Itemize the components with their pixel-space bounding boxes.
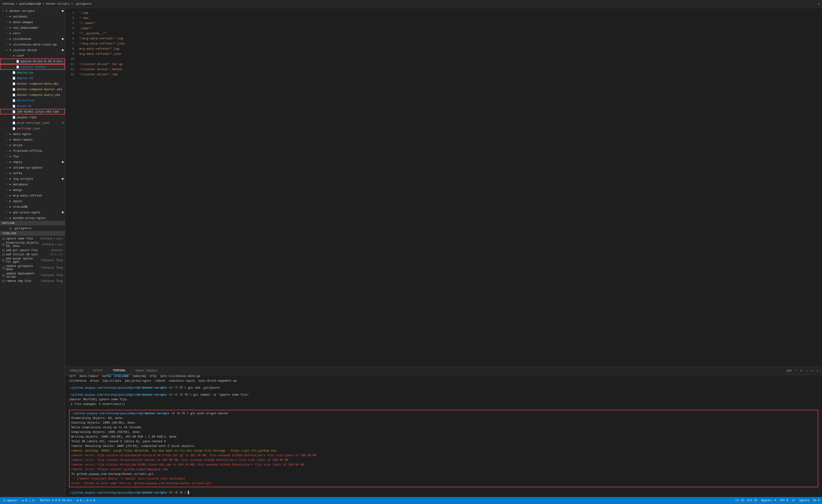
- sidebar-item-mrg-data-refresh[interactable]: ›▶mrg-data-refresh: [0, 193, 65, 198]
- sidebar-item-centos7-docker[interactable]: ›📄centos7.docker: [0, 64, 65, 70]
- sidebar-item-autoheal[interactable]: ›▶autoheal: [0, 14, 65, 19]
- sidebar-label-druid-sh: druid.sh: [17, 104, 31, 108]
- sidebar-item-conf[interactable]: ›▶conf: [0, 53, 65, 58]
- timeline-item[interactable]: add quiet option for wgetYuanyuan Tang: [0, 257, 65, 264]
- add-terminal-button[interactable]: +: [794, 369, 798, 373]
- warnings-count: ⊗ 0 △ 0 ⊘ 0: [77, 499, 95, 502]
- tree-arrow: ›: [5, 133, 8, 135]
- tree-arrow: ›: [8, 55, 12, 57]
- timeline-dot-icon: [2, 249, 5, 251]
- sidebar-item-dockerfile[interactable]: ›📄Dockerfile: [0, 98, 65, 103]
- sidebar-item-ftp[interactable]: ›▶ftp: [0, 154, 65, 159]
- terminal-prompt-line: ~/github.paypay.com/shutang/goalieNginxQ…: [69, 386, 818, 390]
- sidebar-label-metabase: metabase: [13, 183, 27, 186]
- sidebar-item-data-nginx[interactable]: ›▶data-nginx: [0, 131, 65, 137]
- timeline-item[interactable]: add initial db-syncLi2 yrs: [0, 253, 65, 257]
- sidebar-item-kafka[interactable]: ›▶kafka: [0, 170, 65, 176]
- sidebar-item-metabase[interactable]: ›▶metabase: [0, 181, 65, 187]
- sidebar-item-base-images[interactable]: ›▶base-images: [0, 19, 65, 25]
- code-line: */.idea/*: [79, 21, 817, 26]
- timeline-item[interactable]: update deployment scriptYuanyuan Tang: [0, 272, 65, 279]
- folder-icon: ▶: [8, 194, 12, 197]
- sidebar-item-frontend-offline[interactable]: ›▶frontend-offline: [0, 148, 65, 154]
- tree-arrow: ›: [5, 38, 8, 40]
- timeline-dot-icon: [2, 254, 5, 256]
- line-number: 11: [65, 62, 77, 67]
- tree-arrow: ›: [5, 15, 8, 18]
- cursor-position: Ln 13, Col 22: [736, 499, 757, 502]
- split-terminal-button[interactable]: ⊟: [799, 369, 803, 373]
- json-icon: 📄: [12, 127, 16, 130]
- timeline-action-text: Enumerating objects: 68, done.: [6, 241, 41, 248]
- folder-icon: ▶: [8, 133, 12, 135]
- shell-label: zsh: [785, 369, 793, 373]
- tree-arrow: ›: [5, 161, 8, 163]
- sidebar-item-settings-json[interactable]: ›📄settings.json: [0, 126, 65, 131]
- sidebar-item-clickhouse[interactable]: ›▶clickhouse: [0, 36, 65, 42]
- sidebar-item-paypal-repo[interactable]: ›📄paypal.repo: [0, 114, 65, 120]
- sidebar-item-apache-druid-bin[interactable]: ›📄apache-druid-0.20.2-bin.tar.gz: [0, 58, 65, 64]
- line-number: 5: [65, 31, 77, 36]
- timeline-item[interactable]: add git ignore filezhenyin: [0, 248, 65, 253]
- error-box: ~/github.paypay.com/shutang/goalieNginxQ…: [69, 410, 818, 487]
- sidebar-item-paz-proxy-nginx[interactable]: ›▶paz-proxy-nginx: [0, 209, 65, 215]
- tab-output[interactable]: OUTPUT: [88, 367, 108, 375]
- sidebar-item-docker-compose-data[interactable]: ›📄docker-compose-data.yml: [0, 81, 65, 86]
- sidebar-item-imply[interactable]: ›▶imply: [0, 159, 65, 165]
- code-content: *.swp*.swo*/.idea/*.idea/**/__pycache__/…: [77, 8, 822, 367]
- maximize-panel-button[interactable]: □: [805, 369, 809, 373]
- timeline-item[interactable]: remove tmp fileYuanyuan Tang: [0, 279, 65, 283]
- code-line: [79, 57, 817, 62]
- sidebar-item-deploy-sh[interactable]: ›📄deploy.sh: [0, 75, 65, 81]
- sh-icon: 📄: [12, 77, 16, 80]
- sidebar-item-data-repair[interactable]: ›▶data-repair: [0, 137, 65, 142]
- timeline-dot-icon: [2, 274, 5, 277]
- sidebar-item-cal_downloader[interactable]: ›▶cal_downloader: [0, 25, 65, 31]
- folder-icon: ▶: [8, 32, 12, 35]
- folder-icon: ▶: [8, 200, 12, 202]
- json-icon: 📄: [12, 121, 16, 124]
- timeline-time: 5 mos: [55, 243, 63, 246]
- modified-badge: [62, 161, 64, 163]
- yml-icon: 📄: [12, 88, 16, 91]
- sidebar-item-clickhouse-data-rsync-qa[interactable]: ›▶clickhouse-data-rsync-qa: [0, 42, 65, 47]
- sidebar-item-nginx[interactable]: ›▶nginx: [0, 198, 65, 204]
- sidebar-label-mongo: mongo: [13, 188, 22, 192]
- sidebar-label-settings-json: settings.json: [17, 127, 40, 130]
- tree-arrow: ›: [5, 194, 8, 197]
- collapse-panel-button[interactable]: ∧: [810, 369, 814, 373]
- line-number: 4: [65, 26, 77, 31]
- sidebar-item-docker-compose-master[interactable]: ›📄docker-compose-master.yml: [0, 86, 65, 92]
- sidebar-item-jdk-rpm[interactable]: ›📄jdk-8u301-linux-x64.rpm: [0, 109, 65, 114]
- sidebar-item-deploy-py[interactable]: ›📄deploy.py: [0, 70, 65, 75]
- tab-terminal[interactable]: TERMINAL: [108, 367, 131, 375]
- sidebar-item-druid[interactable]: ›▶druid: [0, 142, 65, 148]
- modified-badge: [62, 10, 64, 12]
- sidebar-item-mongo[interactable]: ›▶mongo: [0, 187, 65, 193]
- sidebar-item-prod-settings[interactable]: ›📄prod-settings.jsonU: [0, 120, 65, 126]
- sidebar-item-intime-cp-update[interactable]: ›▶intime-cp-update: [0, 165, 65, 170]
- sidebar-label-apache-druid-bin: apache-druid-0.20.2-bin.tar.gz: [20, 60, 65, 63]
- sidebar-item-druid-sh[interactable]: ›📄druid.sh: [0, 103, 65, 109]
- close-panel-button[interactable]: ✕: [816, 369, 820, 373]
- timeline-dot-icon: [2, 259, 5, 262]
- tab-problems[interactable]: PROBLEMS: [65, 367, 88, 375]
- sidebar-item-docker-compose-query[interactable]: ›📄docker-compose-query.yml: [0, 92, 65, 98]
- timeline-dot-icon: [2, 237, 5, 240]
- outline-item[interactable]: ◈ .gitignore: [0, 225, 65, 231]
- sidebar-item-log-scripts[interactable]: ›▶log-scripts: [0, 176, 65, 181]
- terminal-line: Delta compression using up to 16 threads: [71, 425, 816, 430]
- sidebar-item-cert[interactable]: ›▶cert: [0, 31, 65, 36]
- sidebar-item-cluster-druid[interactable]: ▾▼cluster-druid: [0, 47, 65, 53]
- breadcrumb-text: shutang > goalieNginxQA > docker-scripts…: [2, 2, 91, 6]
- timeline-item[interactable]: ignore some fileshutang4 mins: [0, 236, 65, 241]
- tab-debug[interactable]: DEBUG CONSOLE: [131, 367, 162, 375]
- sidebar-item-pazdmz-proxy-nginx[interactable]: ›▶pazdmz-proxy-nginx: [0, 215, 65, 221]
- sidebar-item-oracleDB[interactable]: ›▶oracleDB: [0, 204, 65, 209]
- modified-badge: [62, 38, 64, 40]
- folder-icon: ▶: [8, 155, 12, 158]
- sidebar-label-docker-compose-query: docker-compose-query.yml: [17, 93, 60, 97]
- timeline-item[interactable]: update gitignore modeYuanyuan Tang: [0, 264, 65, 272]
- sidebar-item-docker-scripts[interactable]: ▾▼docker-scripts: [0, 8, 65, 14]
- timeline-item[interactable]: Enumerating objects: 68, done.shutang5 m…: [0, 241, 65, 248]
